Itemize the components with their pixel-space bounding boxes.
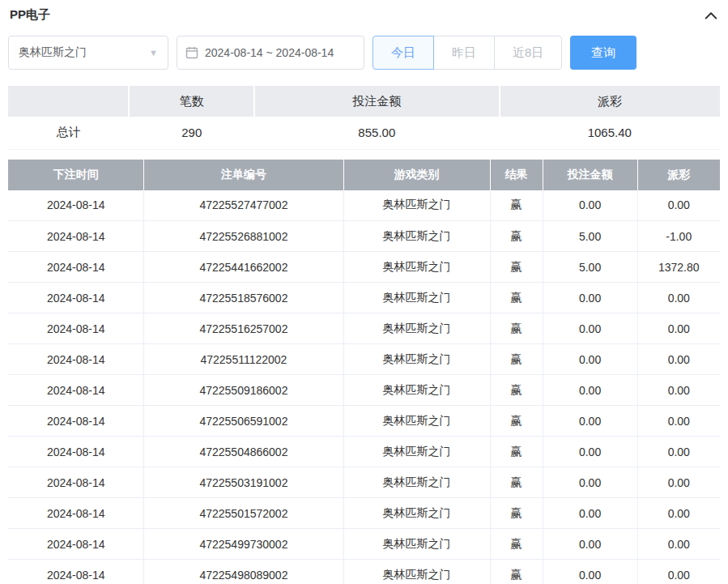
table-row: 2024-08-14 47225511122002 奥林匹斯之门 赢 0.00 … [8,344,720,375]
query-button[interactable]: 查询 [570,36,636,70]
payout-cell: 0.00 [637,529,720,560]
result-cell: 赢 [490,375,543,406]
header-order-number: 注单编号 [144,160,343,190]
payout-cell: 0.00 [637,406,720,437]
game-category-link[interactable]: 奥林匹斯之门 [343,529,490,560]
date-range-input[interactable]: 2024-08-14 ~ 2024-08-14 [177,36,364,70]
order-number-link[interactable]: 47225518576002 [144,283,343,313]
bet-amount-cell: 0.00 [543,406,637,437]
result-cell: 赢 [490,467,543,498]
table-row: 2024-08-14 47225504866002 奥林匹斯之门 赢 0.00 … [8,437,720,467]
game-category-link[interactable]: 奥林匹斯之门 [343,252,490,283]
order-number-link[interactable]: 47225503191002 [144,467,343,498]
game-category-link[interactable]: 奥林匹斯之门 [343,560,490,584]
order-number-link[interactable]: 47225527477002 [144,190,343,221]
game-category-link[interactable]: 奥林匹斯之门 [343,221,490,252]
table-row: 2024-08-14 47225501572002 奥林匹斯之门 赢 0.00 … [8,498,720,529]
header-bet-amount: 投注金额 [543,160,637,190]
bet-amount-cell: 0.00 [543,283,637,313]
bet-amount-cell: 0.00 [543,467,637,498]
bet-time-cell: 2024-08-14 [8,498,144,529]
yesterday-button[interactable]: 昨日 [433,36,495,70]
date-shortcut-group: 今日 昨日 近8日 [373,36,562,70]
payout-cell: 0.00 [637,283,720,313]
collapse-panel-button[interactable] [704,10,718,21]
table-row: 2024-08-14 47225503191002 奥林匹斯之门 赢 0.00 … [8,467,720,498]
order-number-link[interactable]: 47225499730002 [144,529,343,560]
summary-bet-amount-value: 855.00 [254,117,499,149]
game-category-link[interactable]: 奥林匹斯之门 [343,375,490,406]
order-number-link[interactable]: 47225526881002 [144,221,343,252]
bet-amount-cell: 0.00 [543,190,637,221]
header-result: 结果 [490,160,543,190]
order-number-link[interactable]: 47225516257002 [144,313,343,344]
bet-time-cell: 2024-08-14 [8,190,144,221]
payout-cell: 0.00 [637,190,720,221]
summary-total-row: 总计 290 855.00 1065.40 [8,117,720,149]
summary-header-bet-amount: 投注金额 [254,86,499,117]
table-row: 2024-08-14 47225527477002 奥林匹斯之门 赢 0.00 … [8,190,720,221]
result-cell: 赢 [490,313,543,344]
summary-total-label: 总计 [8,117,129,149]
bet-amount-cell: 0.00 [543,313,637,344]
payout-cell: 0.00 [637,467,720,498]
game-category-link[interactable]: 奥林匹斯之门 [343,313,490,344]
payout-cell: 0.00 [637,437,720,467]
bet-amount-cell: 0.00 [543,437,637,467]
result-cell: 赢 [490,190,543,221]
last-8-days-button[interactable]: 近8日 [494,36,562,70]
detail-header-row: 下注时间 注单编号 游戏类别 结果 投注金额 派彩 [8,160,720,190]
order-number-link[interactable]: 47225506591002 [144,406,343,437]
order-number-link[interactable]: 47225509186002 [144,375,343,406]
bet-amount-cell: 0.00 [543,529,637,560]
table-row: 2024-08-14 47225516257002 奥林匹斯之门 赢 0.00 … [8,313,720,344]
game-category-link[interactable]: 奥林匹斯之门 [343,437,490,467]
bet-time-cell: 2024-08-14 [8,560,144,584]
result-cell: 赢 [490,498,543,529]
table-row: 2024-08-14 47225506591002 奥林匹斯之门 赢 0.00 … [8,406,720,437]
today-button[interactable]: 今日 [373,36,434,70]
bet-amount-cell: 5.00 [543,221,637,252]
pp-electronic-panel: PP电子 奥林匹斯之门 ▼ 2024-08-14 ~ 2024-08-14 今日… [0,0,728,584]
game-category-link[interactable]: 奥林匹斯之门 [343,190,490,221]
result-cell: 赢 [490,406,543,437]
game-category-link[interactable]: 奥林匹斯之门 [343,467,490,498]
bet-time-cell: 2024-08-14 [8,344,144,375]
game-category-link[interactable]: 奥林匹斯之门 [343,498,490,529]
order-number-link[interactable]: 47225498089002 [144,560,343,584]
bet-time-cell: 2024-08-14 [8,437,144,467]
payout-cell: 0.00 [637,313,720,344]
game-category-link[interactable]: 奥林匹斯之门 [343,283,490,313]
summary-table: 笔数 投注金额 派彩 总计 290 855.00 1065.40 [8,86,720,150]
payout-cell: 0.00 [637,498,720,529]
game-category-link[interactable]: 奥林匹斯之门 [343,406,490,437]
summary-header-count: 笔数 [129,86,254,117]
bet-amount-cell: 5.00 [543,252,637,283]
game-category-link[interactable]: 奥林匹斯之门 [343,344,490,375]
detail-table-body: 2024-08-14 47225527477002 奥林匹斯之门 赢 0.00 … [8,190,720,584]
result-cell: 赢 [490,221,543,252]
game-select[interactable]: 奥林匹斯之门 ▼ [8,36,168,70]
order-number-link[interactable]: 47225504866002 [144,437,343,467]
order-number-link[interactable]: 47225501572002 [144,498,343,529]
header-game-category: 游戏类别 [343,160,490,190]
payout-cell: -1.00 [637,221,720,252]
bet-time-cell: 2024-08-14 [8,221,144,252]
game-select-value: 奥林匹斯之门 [19,45,87,60]
table-row: 2024-08-14 47225499730002 奥林匹斯之门 赢 0.00 … [8,529,720,560]
result-cell: 赢 [490,437,543,467]
summary-header-payout: 派彩 [500,86,721,117]
filter-bar: 奥林匹斯之门 ▼ 2024-08-14 ~ 2024-08-14 今日 昨日 近… [8,36,720,70]
date-range-value: 2024-08-14 ~ 2024-08-14 [205,46,334,59]
table-row: 2024-08-14 47225509186002 奥林匹斯之门 赢 0.00 … [8,375,720,406]
result-cell: 赢 [490,283,543,313]
payout-cell: 0.00 [637,375,720,406]
bet-time-cell: 2024-08-14 [8,529,144,560]
bet-time-cell: 2024-08-14 [8,406,144,437]
order-number-link[interactable]: 47225441662002 [144,252,343,283]
chevron-down-icon: ▼ [149,48,158,58]
order-number-link[interactable]: 47225511122002 [144,344,343,375]
bet-amount-cell: 0.00 [543,344,637,375]
result-cell: 赢 [490,529,543,560]
table-row: 2024-08-14 47225526881002 奥林匹斯之门 赢 5.00 … [8,221,720,252]
